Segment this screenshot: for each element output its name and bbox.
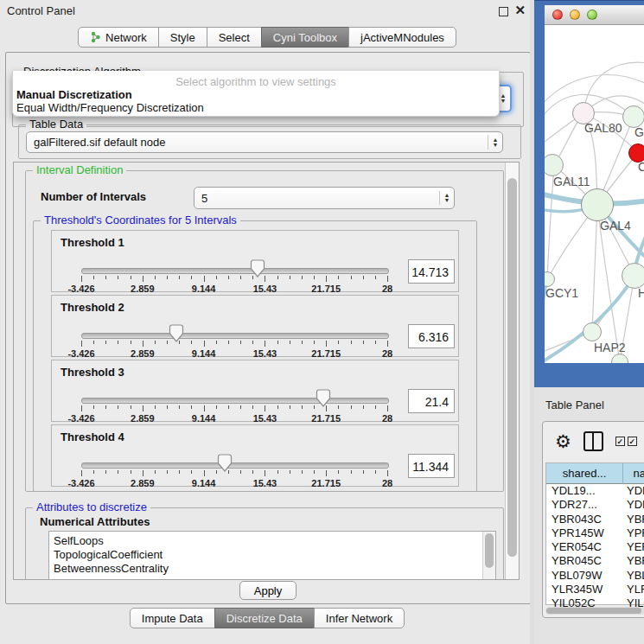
threshold-slider[interactable]: -3.4262.8599.14415.4321.71528 (81, 393, 387, 423)
network-node[interactable] (622, 263, 644, 289)
checkbox-icon[interactable]: ✓ (628, 437, 637, 446)
network-node[interactable] (583, 322, 602, 341)
table-cell: YBR0 (622, 513, 644, 526)
threshold-label: Threshold 3 (61, 366, 124, 379)
threshold-panel: Threshold 4 -3.4262.8599.14415.4321.7152… (51, 424, 459, 487)
slider-tick-labels: -3.4262.8599.14415.4321.71528 (81, 348, 387, 359)
threshold-slider[interactable]: -3.4262.8599.14415.4321.71528 (81, 328, 387, 358)
close-icon[interactable]: ✕ (514, 3, 526, 18)
columns-icon[interactable] (583, 431, 603, 451)
table-toolbar: ⚙ ✓ ✓ (543, 422, 644, 460)
apply-row: Apply (6, 578, 530, 603)
network-icon (90, 31, 101, 43)
slider-track[interactable] (81, 268, 389, 274)
zoom-traffic-light[interactable] (587, 10, 597, 20)
table-data-group: Table Data galFiltered.sif default node … (18, 124, 521, 159)
tab-infer-network[interactable]: Infer Network (314, 608, 405, 628)
table-row[interactable]: YBL079WYBL0 (546, 569, 644, 583)
tab-discretize-data[interactable]: Discretize Data (214, 608, 315, 628)
table-row[interactable]: YBR043CYBR0 (546, 513, 644, 526)
slider-ticks (81, 405, 387, 412)
table-data-title: Table Data (26, 118, 86, 131)
network-node-label: GAL4 (600, 219, 631, 233)
table-row[interactable]: YDL19...YDL1 (546, 484, 644, 498)
tab-style[interactable]: Style (158, 27, 207, 48)
numerical-attributes-list[interactable]: SelfLoopsTopologicalCoefficientBetweenne… (48, 531, 496, 580)
threshold-value-field[interactable]: 14.713 (408, 259, 455, 284)
threshold-value-field[interactable]: 11.344 (408, 454, 455, 478)
gear-icon[interactable]: ⚙ (555, 432, 571, 450)
table-row[interactable]: YDR27...YDR2 (546, 498, 644, 512)
tab-jactivemnodules[interactable]: jActiveMNodules (348, 27, 456, 48)
slider-thumb[interactable] (217, 454, 233, 472)
network-node[interactable] (581, 188, 614, 221)
number-of-intervals-label: Number of Intervals (41, 190, 146, 203)
slider-thumb[interactable] (169, 324, 184, 342)
attribute-item[interactable]: BetweennessCentrality (49, 562, 495, 576)
interval-definition-title: Interval Definition (33, 163, 126, 176)
table-cell: YBR045C (546, 554, 622, 568)
tab-impute-data[interactable]: Impute Data (130, 608, 215, 628)
list-scrollbar-thumb[interactable] (485, 533, 494, 568)
table-hscrollbar-thumb[interactable] (546, 608, 641, 614)
apply-button[interactable]: Apply (239, 581, 296, 600)
attributes-group: Attributes to discretize Numerical Attri… (25, 507, 504, 580)
slider-track[interactable] (81, 462, 389, 469)
combo-stepper-icon[interactable]: ▲▼ (488, 135, 502, 149)
column-header[interactable]: na (623, 463, 644, 484)
table-row[interactable]: YPR145WYPR1 (546, 526, 644, 540)
table-cell: YBR0 (622, 554, 644, 568)
number-of-intervals-spinner[interactable]: 5 ▲▼ (194, 187, 455, 209)
threshold-value-field[interactable]: 21.4 (408, 389, 455, 413)
tab-select[interactable]: Select (207, 27, 262, 48)
tab-label: Style (170, 31, 195, 44)
table-panel-title: Table Panel (545, 399, 604, 411)
network-node-label: GA (634, 125, 644, 139)
float-window-icon[interactable] (499, 7, 508, 16)
table-data-combobox[interactable]: galFiltered.sif default node ▲▼ (26, 131, 503, 153)
table-cell: YBL0 (622, 569, 644, 583)
table-hscrollbar[interactable] (545, 607, 644, 615)
network-node-label: GAL80 (584, 121, 622, 135)
table-row[interactable]: YLR345WYLR3 (546, 583, 644, 596)
list-scrollbar[interactable] (482, 532, 495, 580)
checkbox-icon[interactable]: ✓ (615, 437, 625, 446)
network-node-label: GAL11 (553, 175, 590, 188)
algorithm-dropdown-popup: Select algorithm to view settings Manual… (12, 71, 500, 117)
table-cell: YBR043C (546, 513, 622, 526)
minimize-traffic-light[interactable] (570, 10, 580, 20)
table-cell: YDR2 (622, 498, 644, 512)
dropdown-item-manual-discretization[interactable]: Manual Discretization (13, 88, 499, 101)
column-header[interactable]: shared... (546, 463, 623, 484)
tab-network[interactable]: Network (78, 27, 159, 48)
panel-scrollbar-thumb[interactable] (507, 178, 517, 557)
threshold-label: Threshold 4 (61, 430, 124, 443)
close-traffic-light[interactable] (552, 10, 563, 20)
table-cell: YDL1 (622, 484, 644, 498)
spinner-stepper-icon[interactable]: ▲▼ (439, 191, 454, 206)
table-row[interactable]: YBR045CYBR0 (546, 554, 644, 568)
slider-tick-labels: -3.4262.8599.14415.4321.71528 (81, 413, 387, 424)
interval-definition-group: Interval Definition Number of Intervals … (25, 170, 504, 492)
threshold-label: Threshold 1 (61, 236, 124, 249)
attribute-item[interactable]: TopologicalCoefficient (49, 548, 495, 562)
threshold-panel: Threshold 1 -3.4262.8599.14415.4321.7152… (51, 230, 459, 292)
threshold-slider[interactable]: -3.4262.8599.14415.4321.71528 (81, 458, 387, 488)
slider-thumb[interactable] (316, 389, 331, 407)
dropdown-item-equal-width-frequency[interactable]: Equal Width/Frequency Discretization (13, 101, 499, 114)
slider-track[interactable] (81, 333, 389, 339)
slider-thumb[interactable] (250, 259, 265, 277)
table-panel: ⚙ ✓ ✓ shared...na YDL19...YDL1YDR27...YD… (542, 421, 644, 618)
threshold-value-field[interactable]: 6.316 (408, 324, 455, 348)
attribute-item[interactable]: SelfLoops (49, 534, 495, 548)
network-canvas[interactable]: GAL80GACGAL11GAL4HGCY1HAP2 (545, 24, 644, 363)
table-header: shared...na (546, 463, 644, 484)
table-row[interactable]: YER054CYER0 (546, 540, 644, 554)
threshold-slider[interactable]: -3.4262.8599.14415.4321.71528 (81, 264, 387, 293)
bottom-tabstrip: Impute DataDiscretize DataInfer Network (0, 608, 534, 628)
slider-ticks (81, 341, 387, 348)
table-data-value: galFiltered.sif default node (27, 136, 488, 149)
slider-track[interactable] (81, 398, 389, 404)
panel-scrollbar[interactable] (505, 163, 519, 579)
tab-cyni-toolbox[interactable]: Cyni Toolbox (261, 27, 349, 48)
